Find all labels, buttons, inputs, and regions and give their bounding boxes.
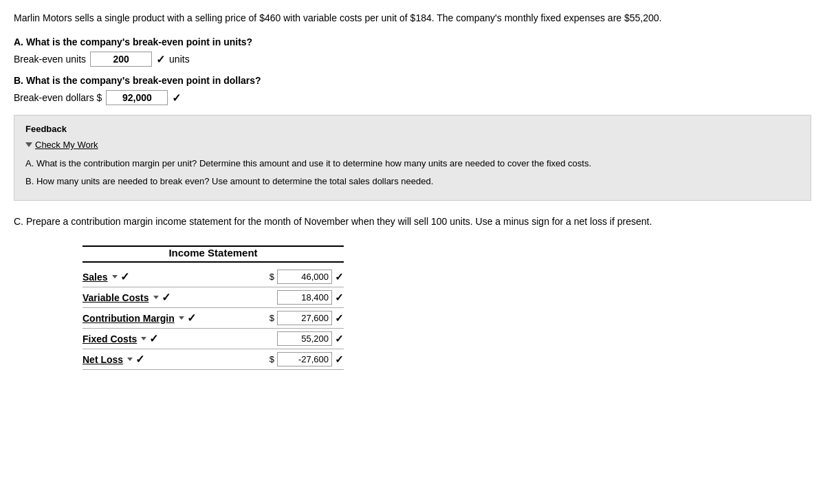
answer-b-row: Break-even dollars $ ✓ [14, 90, 811, 105]
units-suffix: units [169, 54, 190, 65]
net-loss-dollar-sign: $ [270, 354, 274, 364]
net-loss-label: Net Loss [82, 354, 123, 365]
check-a-units: ✓ [156, 53, 165, 66]
variable-costs-dropdown-icon[interactable] [153, 296, 159, 299]
variable-costs-label-cell: Variable Costs ✓ [82, 291, 206, 304]
question-b-label: B. What is the company's break-even poin… [14, 75, 811, 86]
contribution-margin-label-cell: Contribution Margin ✓ [82, 311, 206, 325]
fixed-costs-input[interactable] [277, 331, 332, 346]
fixed-costs-label-check: ✓ [149, 332, 158, 345]
feedback-box: Feedback Check My Work A. What is the co… [14, 115, 811, 201]
break-even-dollars-input[interactable] [106, 90, 168, 105]
net-loss-input[interactable] [277, 352, 332, 366]
intro-text: Marlin Motors sells a single product wit… [14, 11, 811, 25]
fixed-costs-check: ✓ [335, 333, 344, 345]
variable-costs-label: Variable Costs [82, 292, 149, 303]
table-row: Fixed Costs ✓ ✓ [82, 329, 344, 349]
answer-a-row: Break-even units ✓ units [14, 52, 811, 67]
triangle-icon [25, 142, 32, 147]
variable-costs-label-check: ✓ [162, 291, 170, 304]
fixed-costs-label-cell: Fixed Costs ✓ [82, 332, 206, 345]
variable-costs-value-cell: ✓ [277, 290, 344, 305]
table-row: Variable Costs ✓ ✓ [82, 287, 344, 308]
fixed-costs-dropdown-icon[interactable] [141, 337, 146, 340]
table-row: Net Loss ✓ $ ✓ [82, 349, 344, 370]
contribution-margin-dollar-sign: $ [270, 313, 274, 323]
net-loss-dropdown-icon[interactable] [127, 358, 133, 361]
contribution-margin-label: Contribution Margin [82, 313, 175, 324]
contribution-margin-check: ✓ [335, 312, 344, 325]
contribution-margin-dropdown-icon[interactable] [179, 316, 184, 320]
sales-check: ✓ [335, 271, 344, 283]
contribution-margin-input[interactable] [277, 311, 332, 325]
break-even-units-label: Break-even units [14, 54, 86, 65]
contribution-margin-value-cell: $ ✓ [270, 311, 344, 325]
variable-costs-input[interactable] [277, 290, 332, 305]
income-statement-title: Income Statement [82, 245, 344, 263]
table-row: Sales ✓ $ ✓ [82, 267, 344, 287]
net-loss-check: ✓ [335, 353, 344, 366]
hint-b-text: B. How many units are needed to break ev… [25, 175, 800, 188]
sales-value-cell: $ ✓ [270, 270, 344, 284]
sales-label-check: ✓ [120, 270, 129, 283]
check-my-work-label: Check My Work [35, 140, 98, 150]
table-row: Contribution Margin ✓ $ ✓ [82, 308, 344, 329]
net-loss-label-check: ✓ [135, 353, 144, 366]
sales-label-cell: Sales ✓ [82, 270, 206, 283]
check-my-work-row[interactable]: Check My Work [25, 140, 800, 150]
variable-costs-check: ✓ [335, 292, 344, 304]
income-statement: Income Statement Sales ✓ $ ✓ Variable Co… [82, 245, 344, 370]
sales-input[interactable] [277, 270, 332, 284]
net-loss-value-cell: $ ✓ [270, 352, 344, 366]
break-even-units-input[interactable] [90, 52, 152, 67]
sales-label: Sales [82, 272, 108, 283]
feedback-title: Feedback [25, 124, 800, 134]
fixed-costs-label: Fixed Costs [82, 333, 137, 344]
break-even-dollars-label: Break-even dollars $ [14, 92, 102, 103]
contribution-margin-label-check: ✓ [187, 311, 196, 325]
question-a-label: A. What is the company's break-even poin… [14, 36, 811, 47]
fixed-costs-value-cell: ✓ [277, 331, 344, 346]
sales-dropdown-icon[interactable] [112, 275, 118, 278]
sales-dollar-sign: $ [270, 272, 274, 282]
hint-a-text: A. What is the contribution margin per u… [25, 157, 800, 171]
net-loss-label-cell: Net Loss ✓ [82, 353, 206, 366]
question-c-label: C. Prepare a contribution margin income … [14, 215, 811, 229]
check-b-dollars: ✓ [172, 91, 181, 105]
